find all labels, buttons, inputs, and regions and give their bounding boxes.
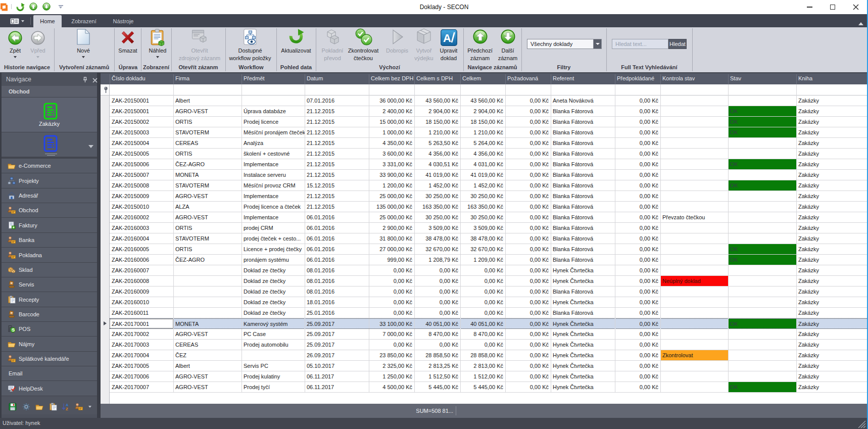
svg-text:S: S	[12, 327, 15, 332]
svg-text:A: A	[443, 32, 451, 44]
svg-text:Z: Z	[66, 407, 68, 411]
